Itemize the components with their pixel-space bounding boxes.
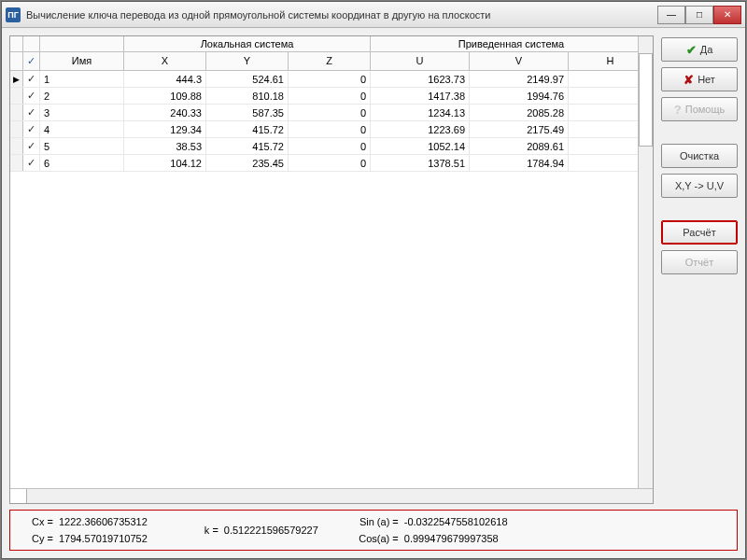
cell-z[interactable]: 0 (289, 105, 371, 120)
group-header-local: Локальная система (124, 36, 371, 51)
yes-button[interactable]: ✔Да (661, 37, 738, 62)
maximize-button[interactable]: □ (685, 6, 713, 24)
help-button[interactable]: ?Помощь (661, 97, 738, 121)
table-row[interactable]: ▶✓1444.3524.6101623.732149.970 (10, 71, 653, 88)
data-grid: Локальная система Приведенная система ✓ … (9, 35, 654, 504)
cell-name[interactable]: 2 (40, 88, 124, 104)
row-marker (10, 121, 23, 137)
cell-name[interactable]: 1 (40, 71, 124, 87)
row-marker (10, 155, 23, 171)
col-z[interactable]: Z (289, 52, 371, 70)
cell-z[interactable]: 0 (289, 88, 371, 104)
cell-v[interactable]: 1994.76 (470, 88, 569, 104)
vertical-scrollbar[interactable] (638, 36, 653, 488)
check-icon: ✔ (686, 43, 697, 57)
cell-y[interactable]: 524.61 (206, 71, 289, 87)
row-check[interactable]: ✓ (23, 88, 40, 104)
row-marker (10, 105, 23, 120)
table-row[interactable]: ✓3240.33587.3501234.132085.280 (10, 105, 653, 121)
x-icon: ✘ (684, 73, 694, 87)
col-y[interactable]: Y (206, 52, 289, 70)
col-x[interactable]: X (124, 52, 206, 70)
cell-name[interactable]: 4 (40, 121, 124, 137)
cell-name[interactable]: 6 (40, 155, 124, 171)
sidebar: ✔Да ✘Нет ?Помощь Очистка X,Y -> U,V Расч… (661, 35, 738, 504)
col-u[interactable]: U (371, 52, 470, 70)
cell-u[interactable]: 1623.73 (371, 71, 470, 87)
cy-value: 1794.57019710752 (59, 533, 148, 544)
cell-v[interactable]: 2175.49 (470, 121, 569, 137)
cell-u[interactable]: 1417.38 (371, 88, 470, 104)
k-value: 0.512221596579227 (224, 525, 318, 536)
cell-u[interactable]: 1223.69 (371, 121, 470, 137)
app-icon: ПГ (6, 7, 21, 22)
row-check[interactable]: ✓ (23, 121, 40, 137)
cos-label: Cos(a) = (356, 533, 399, 544)
sin-label: Sin (a) = (356, 516, 399, 527)
results-panel: Cx =1222.36606735312 Cy =1794.5701971075… (9, 510, 738, 551)
cell-x[interactable]: 444.3 (124, 71, 206, 87)
cell-name[interactable]: 3 (40, 105, 124, 120)
col-check[interactable]: ✓ (23, 52, 40, 70)
calc-button[interactable]: Расчёт (661, 220, 738, 245)
horizontal-scrollbar[interactable] (10, 488, 653, 503)
table-row[interactable]: ✓2109.88810.1801417.381994.760 (10, 88, 653, 105)
cell-y[interactable]: 810.18 (206, 88, 289, 104)
table-row[interactable]: ✓4129.34415.7201223.692175.490 (10, 121, 653, 138)
cell-z[interactable]: 0 (289, 138, 371, 154)
cell-z[interactable]: 0 (289, 71, 371, 87)
cell-u[interactable]: 1378.51 (371, 155, 470, 171)
cell-x[interactable]: 129.34 (124, 121, 206, 137)
cy-label: Cy = (20, 533, 53, 544)
cell-name[interactable]: 5 (40, 138, 124, 154)
row-marker: ▶ (10, 71, 23, 87)
cell-x[interactable]: 240.33 (124, 105, 206, 120)
row-check[interactable]: ✓ (23, 138, 40, 154)
cell-v[interactable]: 1784.94 (470, 155, 569, 171)
row-marker (10, 88, 23, 104)
row-check[interactable]: ✓ (23, 155, 40, 171)
app-window: ПГ Вычисление ключа перевода из одной пр… (1, 1, 746, 559)
cell-v[interactable]: 2085.28 (470, 105, 569, 120)
cell-x[interactable]: 38.53 (124, 138, 206, 154)
row-check[interactable]: ✓ (23, 105, 40, 120)
col-v[interactable]: V (470, 52, 569, 70)
question-icon: ? (674, 103, 682, 117)
close-button[interactable]: ✕ (713, 6, 741, 24)
cell-v[interactable]: 2149.97 (470, 71, 569, 87)
cell-u[interactable]: 1052.14 (371, 138, 470, 154)
col-name[interactable]: Имя (40, 52, 124, 70)
cell-z[interactable]: 0 (289, 121, 371, 137)
minimize-button[interactable]: — (657, 6, 685, 24)
cell-z[interactable]: 0 (289, 155, 371, 171)
clear-button[interactable]: Очистка (661, 144, 738, 168)
k-label: k = (185, 525, 218, 536)
cell-y[interactable]: 415.72 (206, 121, 289, 137)
titlebar: ПГ Вычисление ключа перевода из одной пр… (2, 2, 745, 28)
report-button[interactable]: Отчёт (661, 250, 738, 274)
group-header-target: Приведенная система (371, 36, 653, 51)
cell-x[interactable]: 104.12 (124, 155, 206, 171)
window-title: Вычисление ключа перевода из одной прямо… (26, 9, 657, 21)
cx-value: 1222.36606735312 (59, 516, 148, 527)
row-check[interactable]: ✓ (23, 71, 40, 87)
cell-y[interactable]: 587.35 (206, 105, 289, 120)
table-row[interactable]: ✓538.53415.7201052.142089.610 (10, 138, 653, 155)
cx-label: Cx = (20, 516, 53, 527)
cell-y[interactable]: 235.45 (206, 155, 289, 171)
sin-value: -0.0322547558102618 (404, 516, 508, 527)
convert-button[interactable]: X,Y -> U,V (661, 174, 738, 198)
no-button[interactable]: ✘Нет (661, 67, 738, 91)
table-row[interactable]: ✓6104.12235.4501378.511784.940 (10, 155, 653, 172)
row-marker (10, 138, 23, 154)
cell-u[interactable]: 1234.13 (371, 105, 470, 120)
cell-y[interactable]: 415.72 (206, 138, 289, 154)
cell-x[interactable]: 109.88 (124, 88, 206, 104)
cell-v[interactable]: 2089.61 (470, 138, 569, 154)
cos-value: 0.999479679997358 (404, 533, 499, 544)
